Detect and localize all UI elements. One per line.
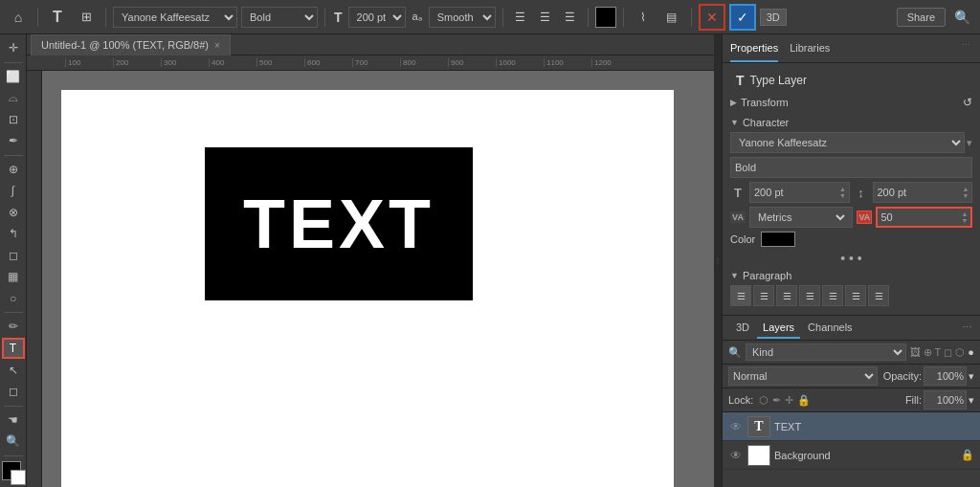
- char-size-input[interactable]: [750, 187, 836, 198]
- history-brush-button[interactable]: ↰: [2, 224, 25, 244]
- layers-panel-menu[interactable]: ⋯: [962, 321, 972, 334]
- canvas-content[interactable]: TEXT: [42, 71, 714, 487]
- layers-tab-channels[interactable]: Channels: [802, 318, 858, 339]
- char-font-family-select[interactable]: Yanone Kaffeesatz: [730, 132, 965, 153]
- para-justify-all[interactable]: ☰: [868, 285, 889, 306]
- para-justify-center[interactable]: ☰: [822, 285, 843, 306]
- close-doc-button[interactable]: ×: [214, 40, 220, 51]
- text-tool-icon[interactable]: T: [45, 5, 70, 30]
- layer-item-text[interactable]: 👁 T TEXT: [723, 412, 980, 441]
- gradient-button[interactable]: ▦: [2, 267, 25, 287]
- confirm-button[interactable]: ✓: [729, 4, 756, 31]
- panel-resize-handle[interactable]: ⋮: [714, 34, 722, 487]
- warp-tool-icon[interactable]: ⊞: [74, 5, 99, 30]
- lock-all-button[interactable]: 🔒: [797, 394, 811, 407]
- document-canvas[interactable]: TEXT: [61, 90, 674, 487]
- canvas-text[interactable]: TEXT: [243, 185, 434, 263]
- filter-shape-icon[interactable]: ◻: [944, 346, 952, 359]
- foreground-color[interactable]: [2, 461, 21, 480]
- panel-expand-button[interactable]: ⋯: [960, 38, 972, 62]
- align-center-button[interactable]: ☰: [535, 7, 556, 28]
- opacity-dropdown[interactable]: ▾: [969, 370, 974, 383]
- align-right-button[interactable]: ☰: [560, 7, 581, 28]
- opacity-input[interactable]: [924, 366, 967, 386]
- align-left-button[interactable]: ☰: [510, 7, 531, 28]
- toggle-3d-button[interactable]: 3D: [760, 9, 787, 26]
- paragraph-section-header[interactable]: ▼ Paragraph: [730, 266, 972, 285]
- lock-position-button[interactable]: ✛: [785, 394, 793, 407]
- brush-button[interactable]: ∫: [2, 181, 25, 201]
- char-kerning-select[interactable]: Metrics Optical 0: [754, 210, 848, 224]
- filter-image-icon[interactable]: 🖼: [910, 346, 921, 359]
- toggle-panels-button[interactable]: ▤: [659, 5, 684, 30]
- char-font-style-input[interactable]: [730, 157, 972, 178]
- layer-visibility-text[interactable]: 👁: [728, 420, 744, 433]
- home-button[interactable]: ⌂: [6, 5, 31, 30]
- font-family-select[interactable]: Yanone Kaffeesatz: [113, 7, 237, 28]
- move-tool-button[interactable]: ✛: [2, 38, 25, 58]
- dodge-button[interactable]: ○: [2, 289, 25, 309]
- filter-smartobj-icon[interactable]: ⬡: [955, 346, 965, 359]
- crop-tool-button[interactable]: ⊡: [2, 109, 25, 129]
- fill-input[interactable]: [924, 390, 967, 410]
- hand-tool-button[interactable]: ☚: [2, 410, 25, 431]
- para-justify-right[interactable]: ☰: [845, 285, 866, 306]
- lock-transparent-button[interactable]: ⬡: [759, 394, 768, 407]
- char-tracking-arrow[interactable]: ▲▼: [959, 210, 970, 224]
- tab-properties[interactable]: Properties: [730, 38, 778, 62]
- layers-tab-3d[interactable]: 3D: [730, 318, 755, 339]
- transform-reset-icon[interactable]: ↺: [963, 96, 972, 109]
- lasso-tool-button[interactable]: ⌓: [2, 88, 25, 108]
- para-align-right[interactable]: ☰: [776, 285, 797, 306]
- pen-tool-button[interactable]: ✏: [2, 317, 25, 337]
- background-color[interactable]: [11, 470, 26, 485]
- eyedropper-button[interactable]: ✒: [2, 131, 25, 151]
- char-leading-input-wrap[interactable]: ▲▼: [873, 182, 973, 203]
- para-align-center[interactable]: ☰: [753, 285, 774, 306]
- char-size-arrow[interactable]: ▲▼: [836, 186, 848, 199]
- rectangle-select-button[interactable]: ⬜: [2, 66, 25, 86]
- lock-image-button[interactable]: ✒: [772, 394, 781, 407]
- font-style-select[interactable]: Bold Regular Light: [241, 7, 318, 28]
- layers-kind-select[interactable]: Kind: [746, 343, 906, 361]
- char-more-options[interactable]: • • •: [730, 251, 972, 266]
- char-font-family-dropdown[interactable]: ▾: [967, 137, 972, 149]
- tab-libraries[interactable]: Libraries: [790, 38, 830, 62]
- stamp-button[interactable]: ⊗: [2, 202, 25, 222]
- font-size-select[interactable]: 200 pt 100 pt 72 pt: [348, 7, 406, 28]
- layer-visibility-bg[interactable]: 👁: [728, 449, 744, 462]
- zoom-tool-button[interactable]: 🔍: [2, 432, 25, 452]
- filter-type-icon[interactable]: T: [935, 346, 942, 359]
- blend-mode-select[interactable]: Normal Multiply Screen: [728, 366, 878, 386]
- layers-tab-layers[interactable]: Layers: [757, 318, 800, 339]
- warp-text-button[interactable]: ⌇: [631, 5, 656, 30]
- healing-button[interactable]: ⊕: [2, 159, 25, 179]
- shape-tool-button[interactable]: ◻: [2, 382, 25, 402]
- char-tracking-input-wrap[interactable]: ▲▼: [876, 207, 973, 228]
- filter-toggle[interactable]: ●: [968, 346, 974, 359]
- char-tracking-input[interactable]: [878, 211, 959, 223]
- filter-adjust-icon[interactable]: ⊕: [924, 346, 932, 359]
- char-color-swatch[interactable]: [761, 232, 795, 247]
- eraser-button[interactable]: ◻: [2, 246, 25, 266]
- text-tool-button[interactable]: T: [2, 338, 25, 358]
- character-section-header[interactable]: ▼ Character: [730, 113, 972, 132]
- para-align-left[interactable]: ☰: [730, 285, 751, 306]
- fill-dropdown[interactable]: ▾: [969, 394, 974, 407]
- text-block[interactable]: TEXT: [205, 147, 473, 300]
- cancel-button[interactable]: ✕: [699, 4, 725, 31]
- transform-section-header[interactable]: ▶ Transform ↺: [730, 92, 972, 113]
- layer-item-background[interactable]: 👁 Background 🔒: [723, 441, 980, 470]
- antialiasing-select[interactable]: Smooth Sharp Crisp Strong None: [429, 7, 496, 28]
- document-tab[interactable]: Untitled-1 @ 100% (TEXT, RGB/8#) ×: [31, 34, 231, 55]
- char-leading-input[interactable]: [874, 187, 960, 198]
- foreground-background-colors[interactable]: [2, 461, 25, 481]
- char-leading-arrow[interactable]: ▲▼: [960, 186, 971, 199]
- path-select-button[interactable]: ↖: [2, 361, 25, 381]
- share-button[interactable]: Share: [897, 8, 946, 27]
- text-color-swatch[interactable]: [595, 7, 616, 28]
- char-kerning-wrap[interactable]: Metrics Optical 0: [749, 207, 853, 228]
- char-size-input-wrap[interactable]: ▲▼: [749, 182, 850, 203]
- search-button[interactable]: 🔍: [949, 5, 974, 30]
- para-justify-left[interactable]: ☰: [799, 285, 820, 306]
